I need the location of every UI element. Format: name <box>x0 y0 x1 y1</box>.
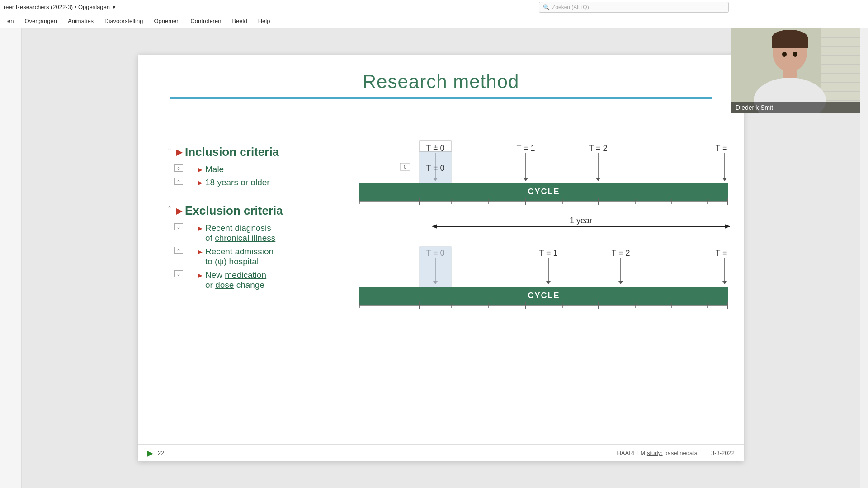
medication-arrow-icon: ▶ <box>198 272 203 279</box>
svg-marker-51 <box>725 224 730 229</box>
timeline-diagram: T = 0 T = 1 T = 2 T = 3 1 <box>337 138 730 400</box>
bullet-num-exclusion: 0 <box>165 204 174 211</box>
exclusion-section: 0 ▶ Exclusion criteria 0 ▶ Recent diagno… <box>165 204 332 292</box>
svg-marker-50 <box>432 224 437 229</box>
svg-marker-62 <box>618 281 623 284</box>
topbar: reer Researchers (2022-3) • Opgeslagen ▾… <box>0 0 868 14</box>
play-button[interactable]: ▶ <box>147 448 153 458</box>
diagnosis-label: Recent diagnosisof chronical illness <box>205 223 275 243</box>
slide-left-content: 0 ▶ Inclusion criteria 0 ▶ Male <box>165 145 332 294</box>
person-svg <box>731 28 860 113</box>
menu-item-overgangen[interactable]: Overgangen <box>19 16 62 26</box>
study-label: study: <box>647 450 663 456</box>
exclusion-label: Exclusion criteria <box>185 204 283 218</box>
slide-title-underline <box>170 97 712 99</box>
study-info: HAARLEM study: baselinedata <box>617 450 698 456</box>
bullet-diagnosis: ▶ Recent diagnosisof chronical illness <box>198 223 275 243</box>
right-panel <box>860 28 868 488</box>
inclusion-title: ▶ Inclusion criteria <box>176 145 279 159</box>
svg-text:T = 2: T = 2 <box>589 144 607 153</box>
slide-title: Research method <box>138 55 744 93</box>
svg-rect-12 <box>772 37 808 48</box>
svg-marker-26 <box>596 178 600 181</box>
statusbar: ▶ 22 HAARLEM study: baselinedata 3-3-202… <box>138 444 744 461</box>
study-name: HAARLEM <box>617 450 645 456</box>
bullet-male: ▶ Male <box>198 164 224 174</box>
svg-text:0: 0 <box>404 164 406 169</box>
search-placeholder: Zoeken (Alt+Q) <box>552 4 589 10</box>
male-label: Male <box>205 164 224 174</box>
webcam-name-tag: Diederik Smit <box>731 102 860 113</box>
admission-label: Recent admissionto (ψ) hospital <box>205 247 274 267</box>
diagnosis-arrow-icon: ▶ <box>198 225 203 232</box>
search-icon: 🔍 <box>543 4 550 10</box>
exclusion-title: ▶ Exclusion criteria <box>176 204 283 218</box>
menubar: en Overgangen Animaties Diavoorstelling … <box>0 14 868 28</box>
bullet-num-medication: 0 <box>174 270 183 277</box>
window-title: reer Researchers (2022-3) • Opgeslagen ▾ <box>4 4 539 10</box>
inclusion-label: Inclusion criteria <box>185 145 279 159</box>
bullet-num-age: 0 <box>174 178 183 185</box>
webcam-video <box>731 28 860 113</box>
svg-marker-24 <box>524 178 528 181</box>
age-arrow-icon: ▶ <box>198 179 203 186</box>
menu-item-beeld[interactable]: Beeld <box>226 16 252 26</box>
svg-text:T = 0: T = 0 <box>426 164 444 173</box>
menu-item-animaties[interactable]: Animaties <box>62 16 99 26</box>
bullet-admission: ▶ Recent admissionto (ψ) hospital <box>198 247 274 267</box>
webcam-overlay: Diederik Smit <box>731 28 860 113</box>
menu-item-opnemen[interactable]: Opnemen <box>148 16 185 26</box>
window-title-text: reer Researchers (2022-3) • Opgeslagen <box>4 4 110 10</box>
bullet-num-admission: 0 <box>174 247 183 254</box>
svg-text:T = 3: T = 3 <box>715 249 730 258</box>
menu-item-controleren[interactable]: Controleren <box>185 16 226 26</box>
main-area: Diederik Smit Research method 0 ▶ Inclus… <box>0 28 868 488</box>
slide-container: Diederik Smit Research method 0 ▶ Inclus… <box>22 28 860 488</box>
study-data: baselinedata <box>664 450 698 456</box>
age-label: 18 years or older <box>205 178 270 188</box>
svg-point-15 <box>782 52 787 57</box>
admission-arrow-icon: ▶ <box>198 248 203 255</box>
svg-marker-64 <box>722 281 727 284</box>
svg-text:T = 3: T = 3 <box>715 144 730 153</box>
svg-text:1: 1 <box>434 144 437 149</box>
inclusion-section: ▶ Inclusion criteria <box>176 145 279 163</box>
svg-text:T = 1: T = 1 <box>539 249 557 258</box>
svg-point-16 <box>793 52 797 57</box>
left-panel <box>0 28 22 488</box>
menu-item-help[interactable]: Help <box>253 16 276 26</box>
svg-text:1 year: 1 year <box>570 216 592 225</box>
exclusion-arrow-icon: ▶ <box>176 206 182 216</box>
webcam-name: Diederik Smit <box>736 104 773 111</box>
bullet-medication: ▶ New medicationor dose change <box>198 270 266 290</box>
svg-text:CYCLE: CYCLE <box>528 291 560 300</box>
title-dropdown-icon[interactable]: ▾ <box>113 4 116 10</box>
search-box[interactable]: 🔍 Zoeken (Alt+Q) <box>539 2 729 13</box>
svg-text:T = 1: T = 1 <box>516 144 535 153</box>
bullet-num-male: 0 <box>174 164 183 172</box>
menu-item-diavoorstelling[interactable]: Diavoorstelling <box>99 16 148 26</box>
svg-text:CYCLE: CYCLE <box>528 187 560 196</box>
bullet-num-inclusion: 0 <box>165 145 174 152</box>
slide-number: 22 <box>158 450 164 456</box>
medication-label: New medicationor dose change <box>205 270 266 290</box>
slide[interactable]: Research method 0 ▶ Inclusion criteria <box>138 55 744 461</box>
male-arrow-icon: ▶ <box>198 166 203 173</box>
bullet-num-diagnosis: 0 <box>174 223 183 230</box>
bullet-age: ▶ 18 years or older <box>198 178 270 188</box>
svg-marker-60 <box>546 281 551 284</box>
menu-item-open[interactable]: en <box>2 16 19 26</box>
slide-date: 3-3-2022 <box>711 450 735 456</box>
svg-marker-28 <box>722 178 727 181</box>
svg-text:T = 2: T = 2 <box>611 249 630 258</box>
inclusion-arrow-icon: ▶ <box>176 147 182 157</box>
